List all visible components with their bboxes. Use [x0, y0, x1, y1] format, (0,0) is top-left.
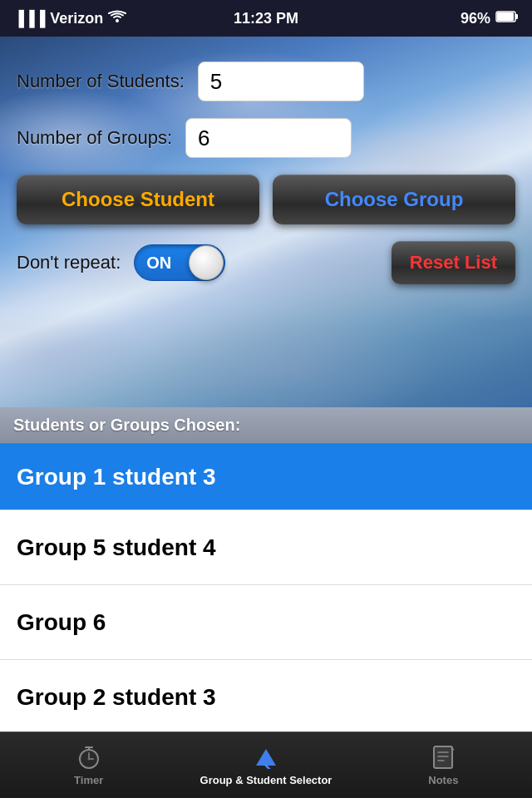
dont-repeat-toggle[interactable]: ON [134, 244, 225, 281]
battery-percent: 96% [461, 10, 490, 27]
status-time: 11:23 PM [234, 10, 298, 27]
results-list-area: Students or Groups Chosen: Group 1 stude… [0, 407, 532, 732]
list-item-text: Group 2 student 3 [17, 684, 216, 711]
svg-rect-2 [497, 12, 514, 21]
tab-timer[interactable]: Timer [0, 732, 177, 798]
list-item[interactable]: Group 6 [0, 585, 532, 660]
groups-label: Number of Groups: [17, 127, 172, 149]
signal-bars: ▐▐▐ [13, 10, 45, 27]
list-item-text: Group 5 student 4 [17, 534, 216, 561]
notes-icon [430, 744, 456, 771]
toggle-thumb [189, 245, 224, 280]
tab-group-student-selector-label: Group & Student Selector [200, 774, 332, 786]
tab-bar: Timer Group & Student Selector Notes [0, 732, 532, 798]
battery-icon [495, 10, 519, 27]
group-student-selector-icon [253, 744, 279, 771]
list-item[interactable]: Group 2 student 3 [0, 660, 532, 735]
action-buttons: Choose Student Choose Group [17, 175, 515, 224]
svg-rect-3 [515, 14, 518, 19]
svg-point-0 [116, 19, 119, 22]
list-item-text: Group 6 [17, 609, 106, 636]
form-area: Number of Students: Number of Groups: Ch… [0, 37, 532, 309]
choose-group-button[interactable]: Choose Group [273, 175, 515, 224]
tab-notes[interactable]: Notes [355, 732, 532, 798]
status-bar: ▐▐▐ Verizon 11:23 PM 96% [0, 0, 532, 37]
groups-row: Number of Groups: [17, 118, 515, 158]
tab-notes-label: Notes [428, 774, 458, 786]
carrier-label: Verizon [50, 10, 103, 27]
svg-line-12 [266, 766, 273, 769]
students-row: Number of Students: [17, 62, 515, 101]
students-input[interactable] [198, 62, 364, 101]
status-left: ▐▐▐ Verizon [13, 10, 126, 27]
groups-input[interactable] [185, 118, 352, 158]
list-header: Students or Groups Chosen: [0, 407, 532, 444]
status-right: 96% [461, 10, 519, 27]
dont-repeat-label: Don't repeat: [17, 252, 121, 273]
list-item[interactable]: Group 1 student 3 [0, 444, 532, 510]
wifi-icon [108, 10, 126, 27]
toggle-state-label: ON [146, 254, 171, 273]
list-items-container: Group 1 student 3Group 5 student 4Group … [0, 444, 532, 735]
reset-list-button[interactable]: Reset List [392, 241, 515, 284]
timer-icon [76, 744, 102, 771]
tab-timer-label: Timer [74, 774, 103, 786]
students-label: Number of Students: [17, 71, 185, 92]
list-item-text: Group 1 student 3 [17, 464, 216, 490]
tab-group-student-selector[interactable]: Group & Student Selector [177, 732, 354, 798]
svg-point-10 [81, 751, 97, 767]
controls-row: Don't repeat: ON Reset List [17, 241, 515, 284]
svg-rect-13 [434, 746, 452, 768]
svg-marker-11 [256, 749, 276, 766]
list-item[interactable]: Group 5 student 4 [0, 510, 532, 585]
choose-student-button[interactable]: Choose Student [17, 175, 259, 224]
